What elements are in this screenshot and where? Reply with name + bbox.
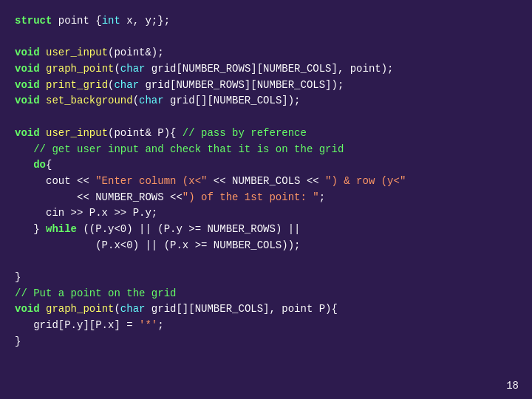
code-line-12: } while ((P.y<0) || (P.y >= NUMBER_ROWS)… bbox=[15, 222, 517, 238]
code-line-6: void user_input(point& P){ // pass by re… bbox=[15, 126, 517, 142]
code-line-18: } bbox=[15, 334, 517, 350]
blank-line-1 bbox=[15, 30, 517, 46]
blank-line-2 bbox=[15, 109, 517, 126]
code-line-8: do{ bbox=[15, 157, 517, 174]
code-line-4: void print_grid(char grid[NUMBER_ROWS][N… bbox=[15, 78, 517, 94]
code-block: struct point {int x, y;}; void user_inpu… bbox=[0, 0, 532, 363]
code-line-7: // get user input and check that it is o… bbox=[15, 142, 517, 158]
code-line-14: } bbox=[15, 270, 517, 286]
code-line-1: struct point {int x, y;}; bbox=[15, 13, 517, 30]
code-line-9: cout << "Enter column (x<" << NUMBER_COL… bbox=[15, 174, 517, 190]
code-line-11: cin >> P.x >> P.y; bbox=[15, 205, 517, 222]
code-line-2: void user_input(point&); bbox=[15, 45, 517, 61]
page-number: 18 bbox=[506, 380, 519, 392]
code-line-16: void graph_point(char grid[][NUMBER_COLS… bbox=[15, 301, 517, 318]
code-line-5: void set_background(char grid[][NUMBER_C… bbox=[15, 93, 517, 109]
code-line-13: (P.x<0) || (P.x >= NUMBER_COLS)); bbox=[15, 238, 517, 254]
code-line-15: // Put a point on the grid bbox=[15, 286, 517, 302]
blank-line-3 bbox=[15, 253, 517, 270]
code-line-10: << NUMBER_ROWS <<") of the 1st point: "; bbox=[15, 190, 517, 206]
code-line-3: void graph_point(char grid[NUMBER_ROWS][… bbox=[15, 61, 517, 78]
code-line-17: grid[P.y][P.x] = '*'; bbox=[15, 318, 517, 334]
